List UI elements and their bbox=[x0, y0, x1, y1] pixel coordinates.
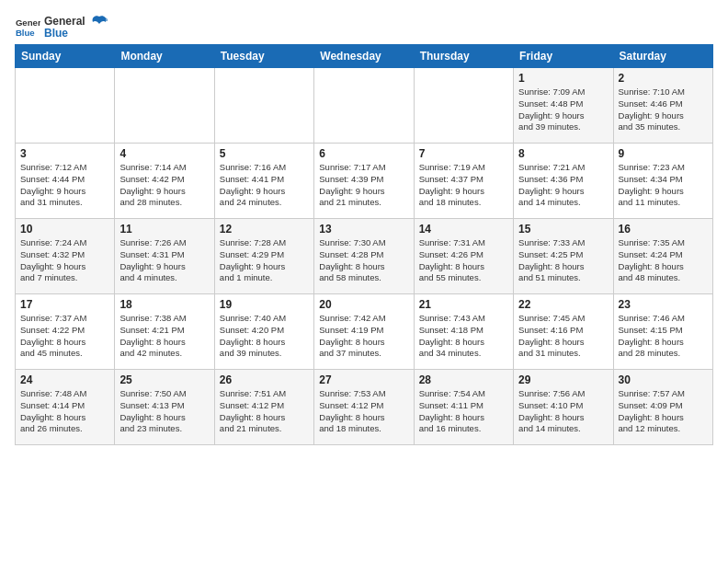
weekday-header-thursday: Thursday bbox=[414, 45, 513, 68]
calendar-week-row: 3Sunrise: 7:12 AM Sunset: 4:44 PM Daylig… bbox=[16, 144, 713, 219]
page: General Blue General Blue SundayMondayTu… bbox=[0, 0, 728, 563]
day-number: 13 bbox=[319, 223, 408, 236]
day-number: 9 bbox=[619, 147, 708, 160]
day-number: 29 bbox=[518, 373, 608, 386]
calendar-cell: 6Sunrise: 7:17 AM Sunset: 4:39 PM Daylig… bbox=[314, 144, 414, 219]
weekday-header-wednesday: Wednesday bbox=[314, 45, 414, 68]
calendar-cell: 12Sunrise: 7:28 AM Sunset: 4:29 PM Dayli… bbox=[214, 219, 313, 294]
day-number: 2 bbox=[619, 72, 708, 85]
day-number: 11 bbox=[119, 223, 209, 236]
calendar-cell: 3Sunrise: 7:12 AM Sunset: 4:44 PM Daylig… bbox=[16, 144, 115, 219]
weekday-header-sunday: Sunday bbox=[16, 45, 115, 68]
day-info: Sunrise: 7:56 AM Sunset: 4:10 PM Dayligh… bbox=[518, 388, 608, 435]
day-info: Sunrise: 7:40 AM Sunset: 4:20 PM Dayligh… bbox=[220, 313, 309, 360]
calendar-cell: 10Sunrise: 7:24 AM Sunset: 4:32 PM Dayli… bbox=[16, 219, 115, 294]
calendar-cell: 28Sunrise: 7:54 AM Sunset: 4:11 PM Dayli… bbox=[414, 370, 513, 445]
calendar-cell: 27Sunrise: 7:53 AM Sunset: 4:12 PM Dayli… bbox=[314, 370, 414, 445]
calendar-cell: 19Sunrise: 7:40 AM Sunset: 4:20 PM Dayli… bbox=[214, 294, 313, 370]
calendar-cell: 16Sunrise: 7:35 AM Sunset: 4:24 PM Dayli… bbox=[613, 219, 712, 294]
day-info: Sunrise: 7:50 AM Sunset: 4:13 PM Dayligh… bbox=[119, 388, 209, 435]
day-info: Sunrise: 7:17 AM Sunset: 4:39 PM Dayligh… bbox=[319, 162, 408, 209]
calendar-cell: 26Sunrise: 7:51 AM Sunset: 4:12 PM Dayli… bbox=[214, 370, 313, 445]
calendar-cell: 7Sunrise: 7:19 AM Sunset: 4:37 PM Daylig… bbox=[414, 144, 513, 219]
day-info: Sunrise: 7:16 AM Sunset: 4:41 PM Dayligh… bbox=[220, 162, 309, 209]
day-info: Sunrise: 7:33 AM Sunset: 4:25 PM Dayligh… bbox=[518, 237, 608, 284]
day-number: 15 bbox=[518, 223, 608, 236]
calendar-cell: 2Sunrise: 7:10 AM Sunset: 4:46 PM Daylig… bbox=[613, 68, 712, 144]
day-number: 16 bbox=[619, 223, 708, 236]
day-info: Sunrise: 7:10 AM Sunset: 4:46 PM Dayligh… bbox=[619, 86, 708, 133]
day-info: Sunrise: 7:51 AM Sunset: 4:12 PM Dayligh… bbox=[220, 388, 309, 435]
day-number: 5 bbox=[220, 147, 309, 160]
day-info: Sunrise: 7:57 AM Sunset: 4:09 PM Dayligh… bbox=[619, 388, 708, 435]
calendar-cell bbox=[214, 68, 313, 144]
calendar-cell: 22Sunrise: 7:45 AM Sunset: 4:16 PM Dayli… bbox=[514, 294, 613, 370]
calendar-cell: 20Sunrise: 7:42 AM Sunset: 4:19 PM Dayli… bbox=[314, 294, 414, 370]
header: General Blue General Blue bbox=[15, 11, 713, 40]
calendar-header-row: SundayMondayTuesdayWednesdayThursdayFrid… bbox=[16, 45, 713, 68]
svg-text:General: General bbox=[16, 17, 40, 28]
day-number: 3 bbox=[20, 147, 109, 160]
day-info: Sunrise: 7:53 AM Sunset: 4:12 PM Dayligh… bbox=[319, 388, 408, 435]
day-info: Sunrise: 7:24 AM Sunset: 4:32 PM Dayligh… bbox=[20, 237, 109, 284]
calendar-cell bbox=[314, 68, 414, 144]
day-info: Sunrise: 7:23 AM Sunset: 4:34 PM Dayligh… bbox=[619, 162, 708, 209]
day-number: 12 bbox=[220, 223, 309, 236]
day-number: 20 bbox=[319, 298, 408, 311]
calendar-cell: 13Sunrise: 7:30 AM Sunset: 4:28 PM Dayli… bbox=[314, 219, 414, 294]
day-info: Sunrise: 7:26 AM Sunset: 4:31 PM Dayligh… bbox=[119, 237, 209, 284]
calendar-cell bbox=[414, 68, 513, 144]
calendar-cell: 21Sunrise: 7:43 AM Sunset: 4:18 PM Dayli… bbox=[414, 294, 513, 370]
day-number: 22 bbox=[518, 298, 608, 311]
day-number: 4 bbox=[119, 147, 209, 160]
day-info: Sunrise: 7:54 AM Sunset: 4:11 PM Dayligh… bbox=[419, 388, 508, 435]
calendar-cell: 8Sunrise: 7:21 AM Sunset: 4:36 PM Daylig… bbox=[514, 144, 613, 219]
calendar-cell: 9Sunrise: 7:23 AM Sunset: 4:34 PM Daylig… bbox=[613, 144, 712, 219]
day-number: 25 bbox=[119, 373, 209, 386]
calendar-cell: 23Sunrise: 7:46 AM Sunset: 4:15 PM Dayli… bbox=[613, 294, 712, 370]
calendar-cell: 15Sunrise: 7:33 AM Sunset: 4:25 PM Dayli… bbox=[514, 219, 613, 294]
logo: General Blue General Blue bbox=[15, 15, 108, 40]
calendar-week-row: 1Sunrise: 7:09 AM Sunset: 4:48 PM Daylig… bbox=[16, 68, 713, 144]
calendar-cell: 5Sunrise: 7:16 AM Sunset: 4:41 PM Daylig… bbox=[214, 144, 313, 219]
calendar-cell: 1Sunrise: 7:09 AM Sunset: 4:48 PM Daylig… bbox=[514, 68, 613, 144]
calendar-cell: 11Sunrise: 7:26 AM Sunset: 4:31 PM Dayli… bbox=[115, 219, 214, 294]
weekday-header-friday: Friday bbox=[514, 45, 613, 68]
calendar-cell: 17Sunrise: 7:37 AM Sunset: 4:22 PM Dayli… bbox=[16, 294, 115, 370]
day-info: Sunrise: 7:14 AM Sunset: 4:42 PM Dayligh… bbox=[119, 162, 209, 209]
logo-blue: Blue bbox=[44, 28, 85, 40]
calendar-cell bbox=[115, 68, 214, 144]
logo-icon: General Blue bbox=[15, 15, 40, 40]
day-number: 19 bbox=[220, 298, 309, 311]
day-number: 8 bbox=[518, 147, 608, 160]
calendar-week-row: 24Sunrise: 7:48 AM Sunset: 4:14 PM Dayli… bbox=[16, 370, 713, 445]
weekday-header-saturday: Saturday bbox=[613, 45, 712, 68]
day-info: Sunrise: 7:35 AM Sunset: 4:24 PM Dayligh… bbox=[619, 237, 708, 284]
day-info: Sunrise: 7:30 AM Sunset: 4:28 PM Dayligh… bbox=[319, 237, 408, 284]
day-number: 6 bbox=[319, 147, 408, 160]
calendar-week-row: 10Sunrise: 7:24 AM Sunset: 4:32 PM Dayli… bbox=[16, 219, 713, 294]
day-number: 10 bbox=[20, 223, 109, 236]
day-info: Sunrise: 7:45 AM Sunset: 4:16 PM Dayligh… bbox=[518, 313, 608, 360]
calendar-cell: 24Sunrise: 7:48 AM Sunset: 4:14 PM Dayli… bbox=[16, 370, 115, 445]
calendar-week-row: 17Sunrise: 7:37 AM Sunset: 4:22 PM Dayli… bbox=[16, 294, 713, 370]
day-number: 14 bbox=[419, 223, 508, 236]
day-info: Sunrise: 7:42 AM Sunset: 4:19 PM Dayligh… bbox=[319, 313, 408, 360]
day-info: Sunrise: 7:43 AM Sunset: 4:18 PM Dayligh… bbox=[419, 313, 508, 360]
day-info: Sunrise: 7:19 AM Sunset: 4:37 PM Dayligh… bbox=[419, 162, 508, 209]
day-number: 18 bbox=[119, 298, 209, 311]
weekday-header-tuesday: Tuesday bbox=[214, 45, 313, 68]
calendar-cell: 25Sunrise: 7:50 AM Sunset: 4:13 PM Dayli… bbox=[115, 370, 214, 445]
calendar-cell: 4Sunrise: 7:14 AM Sunset: 4:42 PM Daylig… bbox=[115, 144, 214, 219]
day-info: Sunrise: 7:09 AM Sunset: 4:48 PM Dayligh… bbox=[518, 86, 608, 133]
calendar-cell: 18Sunrise: 7:38 AM Sunset: 4:21 PM Dayli… bbox=[115, 294, 214, 370]
day-number: 21 bbox=[419, 298, 508, 311]
day-number: 17 bbox=[20, 298, 109, 311]
day-number: 7 bbox=[419, 147, 508, 160]
day-number: 24 bbox=[20, 373, 109, 386]
weekday-header-monday: Monday bbox=[115, 45, 214, 68]
day-info: Sunrise: 7:12 AM Sunset: 4:44 PM Dayligh… bbox=[20, 162, 109, 209]
day-info: Sunrise: 7:48 AM Sunset: 4:14 PM Dayligh… bbox=[20, 388, 109, 435]
day-number: 26 bbox=[220, 373, 309, 386]
day-number: 1 bbox=[518, 72, 608, 85]
